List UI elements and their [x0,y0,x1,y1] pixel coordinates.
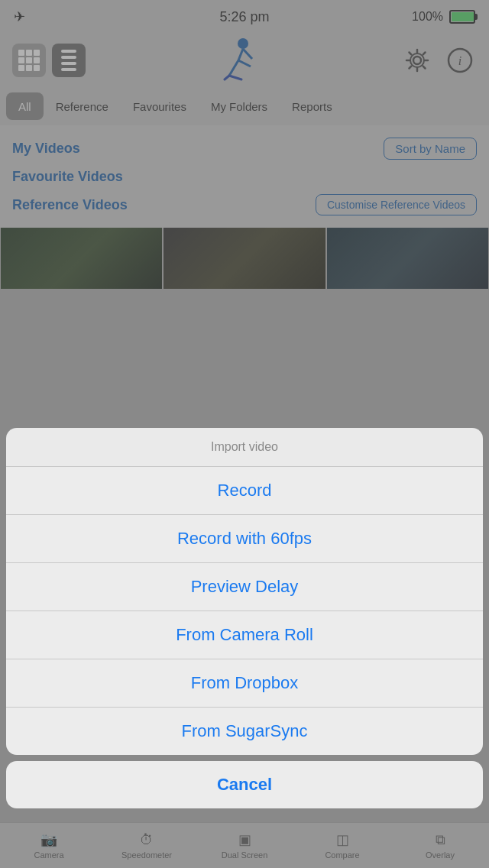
record-60fps-button[interactable]: Record with 60fps [6,515,483,563]
from-dropbox-button[interactable]: From Dropbox [6,659,483,708]
modal-overlay: Import video Record Record with 60fps Pr… [0,0,489,868]
from-sugarsync-button[interactable]: From SugarSync [6,708,483,755]
cancel-button[interactable]: Cancel [6,761,483,808]
preview-delay-button[interactable]: Preview Delay [6,563,483,611]
action-sheet-container: Import video Record Record with 60fps Pr… [0,428,489,868]
from-camera-roll-button[interactable]: From Camera Roll [6,611,483,659]
record-button[interactable]: Record [6,467,483,515]
action-sheet-title: Import video [6,428,483,467]
action-sheet-group: Import video Record Record with 60fps Pr… [6,428,483,755]
action-sheet: Import video Record Record with 60fps Pr… [6,428,483,808]
